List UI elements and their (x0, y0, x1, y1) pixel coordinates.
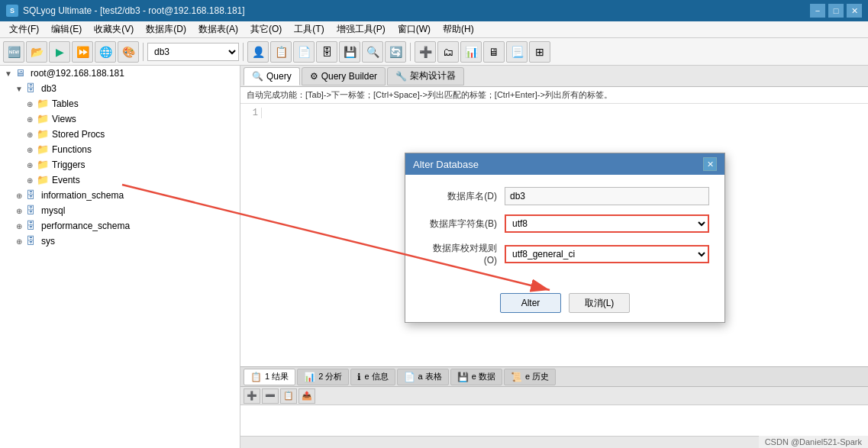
menu-database[interactable]: 数据库(D) (140, 21, 192, 37)
toolbar-color-btn[interactable]: 🎨 (118, 41, 139, 63)
mysql-expand[interactable]: ⊕ (14, 205, 24, 216)
views-expand[interactable]: ⊕ (24, 114, 35, 124)
sep2 (243, 43, 244, 61)
triggers-expand[interactable]: ⊕ (24, 160, 35, 170)
query-builder-label: Query Builder (321, 71, 377, 82)
menu-other[interactable]: 其它(O) (244, 21, 288, 37)
modal-close-btn[interactable]: ✕ (703, 157, 717, 171)
db-name-label: 数据库名(D) (421, 190, 497, 203)
toolbar-grid2-btn[interactable]: ⊞ (529, 41, 550, 63)
tab-query-builder[interactable]: ⚙ Query Builder (302, 67, 386, 85)
menu-favorites[interactable]: 收藏夹(V) (88, 21, 140, 37)
toolbar-run-btn[interactable]: ▶ (49, 41, 70, 63)
menu-help[interactable]: 帮助(H) (437, 21, 480, 37)
menu-window[interactable]: 窗口(W) (392, 21, 437, 37)
results-export-btn[interactable]: 📤 (298, 388, 315, 404)
toolbar-schema-btn[interactable]: 📊 (460, 41, 482, 63)
result-tab-6-label: e 历史 (525, 371, 549, 382)
menu-bar: 文件(F) 编辑(E) 收藏夹(V) 数据库(D) 数据表(A) 其它(O) 工… (0, 21, 868, 38)
db3-icon: 🗄 (26, 82, 38, 95)
toolbar-connect-btn[interactable]: 🌐 (95, 41, 116, 63)
result-tab-3-icon: ℹ (357, 372, 361, 382)
result-tab-3-label: e 信息 (364, 371, 388, 382)
result-tab-3[interactable]: ℹ e 信息 (350, 369, 395, 385)
toolbar-grid-btn[interactable]: 🗂 (437, 41, 459, 63)
results-add-btn[interactable]: ➕ (244, 388, 260, 404)
menu-table[interactable]: 数据表(A) (192, 21, 244, 37)
toolbar-db2-btn[interactable]: 🗄 (316, 41, 337, 63)
triggers-icon: 📁 (37, 159, 49, 171)
events-expand[interactable]: ⊕ (24, 175, 35, 185)
server-expand[interactable]: ▼ (3, 68, 14, 79)
mysql-node[interactable]: ⊕ 🗄 mysql (0, 203, 240, 218)
menu-file[interactable]: 文件(F) (3, 21, 45, 37)
results-delete-btn[interactable]: ➖ (262, 388, 279, 404)
toolbar-paste-btn[interactable]: 📄 (293, 41, 315, 63)
modal-footer: Alter 取消(L) (405, 287, 724, 322)
result-tab-1[interactable]: 📋 1 结果 (244, 369, 295, 385)
server-node[interactable]: ▼ 🖥 root@192.168.188.181 (0, 66, 240, 81)
functions-expand[interactable]: ⊕ (24, 144, 35, 155)
charset-select[interactable]: utf8 latin1 gbk utf8mb4 (505, 214, 709, 233)
sep1 (143, 43, 144, 61)
tab-schema-designer[interactable]: 🔧 架构设计器 (387, 67, 464, 85)
close-btn[interactable]: ✕ (847, 4, 862, 18)
mysql-label: mysql (41, 205, 65, 216)
triggers-node[interactable]: ⊕ 📁 Triggers (0, 157, 240, 172)
result-tab-4[interactable]: 📄 a 表格 (397, 369, 449, 385)
result-tab-2[interactable]: 📊 2 分析 (297, 369, 349, 385)
toolbar-copy-btn[interactable]: 📋 (270, 41, 292, 63)
menu-enhance[interactable]: 增强工具(P) (331, 21, 392, 37)
stored-procs-expand[interactable]: ⊕ (24, 129, 35, 140)
result-tab-6[interactable]: 📜 e 历史 (504, 369, 556, 385)
results-copy-btn[interactable]: 📋 (280, 388, 297, 404)
tables-node[interactable]: ⊕ 📁 Tables (0, 96, 240, 111)
perf-schema-expand[interactable]: ⊕ (14, 221, 24, 231)
tables-expand[interactable]: ⊕ (24, 98, 35, 109)
window-controls[interactable]: − □ ✕ (810, 4, 862, 18)
cancel-btn[interactable]: 取消(L) (569, 293, 630, 313)
toolbar-layout-btn[interactable]: 🖥 (483, 41, 505, 63)
mysql-icon: 🗄 (26, 205, 38, 217)
stored-procs-label: Stored Procs (52, 129, 105, 140)
db-select[interactable]: db3 (147, 43, 239, 61)
alter-btn[interactable]: Alter (500, 293, 561, 313)
toolbar-fast-btn[interactable]: ⏩ (72, 41, 93, 63)
sys-node[interactable]: ⊕ 🗄 sys (0, 234, 240, 249)
perf-schema-node[interactable]: ⊕ 🗄 performance_schema (0, 218, 240, 234)
charset-label: 数据库字符集(B) (421, 218, 497, 230)
status-text: CSDN @Daniel521-Spark (765, 437, 862, 446)
toolbar-filter-btn[interactable]: 🔄 (385, 41, 406, 63)
tab-query[interactable]: 🔍 Query (244, 67, 300, 85)
toolbar-arrow-btn[interactable]: ➕ (415, 41, 436, 63)
collation-select[interactable]: utf8_general_ci utf8_unicode_ci utf8_bin (505, 245, 709, 263)
modal-title: Alter Database (413, 159, 479, 170)
info-schema-expand[interactable]: ⊕ (14, 190, 24, 201)
menu-tools[interactable]: 工具(T) (288, 21, 330, 37)
result-tab-2-icon: 📊 (304, 372, 315, 382)
db3-expand[interactable]: ▼ (14, 83, 24, 94)
left-panel: ▼ 🖥 root@192.168.188.181 ▼ 🗄 db3 ⊕ 📁 Tab… (0, 66, 240, 448)
tables-label: Tables (52, 98, 79, 109)
db-name-input[interactable] (505, 187, 709, 205)
views-icon: 📁 (37, 113, 49, 125)
info-schema-node[interactable]: ⊕ 🗄 information_schema (0, 188, 240, 203)
functions-node[interactable]: ⊕ 📁 Functions (0, 142, 240, 157)
toolbar-open-btn[interactable]: 📂 (26, 41, 47, 63)
toolbar-search-btn[interactable]: 🔍 (362, 41, 383, 63)
maximize-btn[interactable]: □ (828, 4, 844, 18)
toolbar-table-btn[interactable]: 📃 (506, 41, 528, 63)
modal-body: 数据库名(D) 数据库字符集(B) utf8 latin1 gbk utf8mb… (405, 175, 724, 287)
sys-expand[interactable]: ⊕ (14, 236, 24, 247)
toolbar-new-btn[interactable]: 🆕 (3, 41, 24, 63)
views-node[interactable]: ⊕ 📁 Views (0, 111, 240, 127)
perf-schema-label: performance_schema (41, 221, 130, 231)
db3-node[interactable]: ▼ 🗄 db3 (0, 81, 240, 96)
menu-edit[interactable]: 编辑(E) (45, 21, 88, 37)
toolbar-user-btn[interactable]: 👤 (247, 41, 269, 63)
events-node[interactable]: ⊕ 📁 Events (0, 172, 240, 188)
stored-procs-node[interactable]: ⊕ 📁 Stored Procs (0, 127, 240, 142)
result-tab-5[interactable]: 💾 e 数据 (450, 369, 502, 385)
toolbar-save-btn[interactable]: 💾 (339, 41, 360, 63)
minimize-btn[interactable]: − (810, 4, 825, 18)
